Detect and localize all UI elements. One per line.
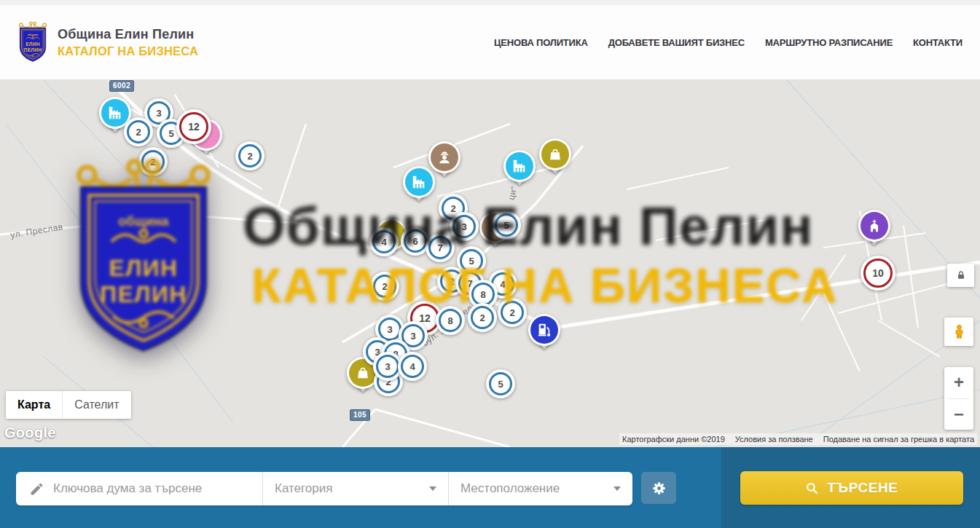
map-type-toggle: Карта Сателит: [6, 391, 131, 419]
cluster-marker[interactable]: 12: [176, 109, 211, 144]
pegman-button[interactable]: [944, 318, 973, 346]
category-select-label: Категория: [275, 481, 332, 496]
church-icon: [861, 212, 888, 240]
lock-icon: [955, 269, 967, 281]
cluster-count: 2: [138, 147, 168, 176]
chevron-down-icon: [429, 486, 436, 491]
cluster-marker[interactable]: 2: [138, 147, 168, 176]
keyword-section: [16, 472, 262, 505]
map-attribution: Картографски данни ©2019 Условия за полз…: [619, 433, 977, 445]
fuel-icon: [530, 316, 558, 344]
cluster-count: 12: [176, 109, 211, 144]
filter-bar: Категория Местоположение: [16, 472, 632, 505]
logo-text: Община Елин Пелин КАТАЛОГ НА БИЗНЕСА: [58, 27, 198, 58]
nav-item[interactable]: ЦЕНОВА ПОЛИТИКА: [494, 37, 588, 48]
cluster-count: 4: [398, 352, 427, 381]
cluster-count: 2: [235, 141, 264, 170]
cluster-marker[interactable]: 2: [468, 303, 497, 332]
shopping-bag-icon: [541, 141, 569, 168]
logo-title: Община Елин Пелин: [58, 27, 198, 42]
zoom-in-button[interactable]: +: [944, 367, 973, 398]
terms-link[interactable]: Условия за ползване: [735, 435, 813, 444]
gear-icon: [651, 480, 667, 497]
factory-icon: [506, 152, 533, 180]
location-select[interactable]: Местоположение: [448, 472, 632, 505]
fuel-pin-marker[interactable]: [528, 314, 560, 346]
map-type-satellite-button[interactable]: Сателит: [62, 391, 130, 419]
header: Община Елин Пелин КАТАЛОГ НА БИЗНЕСА ЦЕН…: [0, 0, 980, 80]
cluster-marker[interactable]: 5: [492, 210, 521, 240]
advanced-settings-button[interactable]: [641, 472, 676, 504]
chevron-down-icon: [614, 486, 621, 491]
zoom-control: + −: [944, 367, 973, 430]
search-button-label: ТЪРСЕНЕ: [827, 480, 898, 496]
cluster-marker[interactable]: 2: [235, 141, 264, 170]
municipality-emblem-icon: [16, 20, 50, 64]
cluster-marker[interactable]: 5: [486, 369, 515, 398]
map-canvas[interactable]: 6002105 ул. Преславбул. „Новоселци“ 2325…: [0, 80, 980, 447]
road-badge: 6002: [109, 80, 134, 92]
cluster-marker[interactable]: 7: [426, 233, 455, 262]
cluster-count: 2: [498, 298, 527, 327]
keyword-search-input[interactable]: [53, 481, 262, 496]
pin-ball: [528, 314, 560, 346]
site-logo[interactable]: Община Елин Пелин КАТАЛОГ НА БИЗНЕСА: [16, 20, 198, 64]
search-panel: Категория Местоположение ТЪРСЕНЕ: [0, 447, 980, 528]
pin-ball: [539, 138, 571, 170]
nav-item[interactable]: МАРШРУТНО РАЗПИСАНИЕ: [765, 37, 893, 48]
zoom-out-button[interactable]: −: [944, 399, 973, 430]
pegman-icon: [951, 323, 968, 340]
google-logo[interactable]: Google: [4, 425, 56, 441]
map-type-map-button[interactable]: Карта: [6, 391, 62, 419]
attribution-copyright: Картографски данни ©2019: [622, 435, 725, 444]
nav-item[interactable]: ДОБАВЕТЕ ВАШИЯТ БИЗНЕС: [608, 37, 745, 48]
cluster-count: 10: [861, 256, 895, 291]
cluster-marker[interactable]: 8: [436, 306, 465, 335]
cluster-count: 4: [369, 227, 399, 256]
cluster-marker[interactable]: 10: [861, 256, 895, 291]
pin-ball: [503, 150, 536, 182]
lock-button[interactable]: [947, 264, 974, 287]
search-icon: [805, 481, 819, 495]
logo-subtitle: КАТАЛОГ НА БИЗНЕСА: [58, 44, 198, 58]
cluster-count: 2: [468, 303, 497, 332]
pin-ball: [403, 166, 435, 198]
cluster-marker[interactable]: 4: [369, 227, 399, 256]
cluster-marker[interactable]: 4: [398, 352, 427, 381]
factory-pin-marker[interactable]: [503, 150, 536, 182]
cluster-count: 7: [426, 233, 455, 262]
church-pin-marker[interactable]: [858, 210, 890, 242]
cluster-count: 5: [486, 369, 515, 398]
nav-menu: ЦЕНОВА ПОЛИТИКАДОБАВЕТЕ ВАШИЯТ БИЗНЕСМАР…: [494, 37, 963, 48]
shopping-bag-pin-marker[interactable]: [539, 138, 571, 170]
report-error-link[interactable]: Подаване на сигнал за грешка в картата: [823, 435, 974, 444]
category-select[interactable]: Категория: [262, 472, 448, 505]
nav-item[interactable]: КОНТАКТИ: [913, 37, 963, 48]
cluster-marker[interactable]: 2: [370, 272, 399, 301]
pencil-icon: [29, 481, 44, 497]
cluster-count: 8: [436, 306, 465, 335]
road-badge: 105: [350, 409, 370, 421]
cluster-marker[interactable]: 2: [124, 117, 153, 146]
location-select-label: Местоположение: [460, 481, 560, 496]
factory-icon: [405, 168, 433, 196]
cluster-marker[interactable]: 2: [498, 298, 527, 327]
cluster-count: 5: [492, 210, 521, 240]
factory-pin-marker[interactable]: [403, 166, 435, 198]
cluster-count: 2: [370, 272, 399, 301]
search-button[interactable]: ТЪРСЕНЕ: [740, 471, 963, 505]
pin-ball: [858, 210, 890, 242]
cluster-count: 2: [124, 117, 153, 146]
